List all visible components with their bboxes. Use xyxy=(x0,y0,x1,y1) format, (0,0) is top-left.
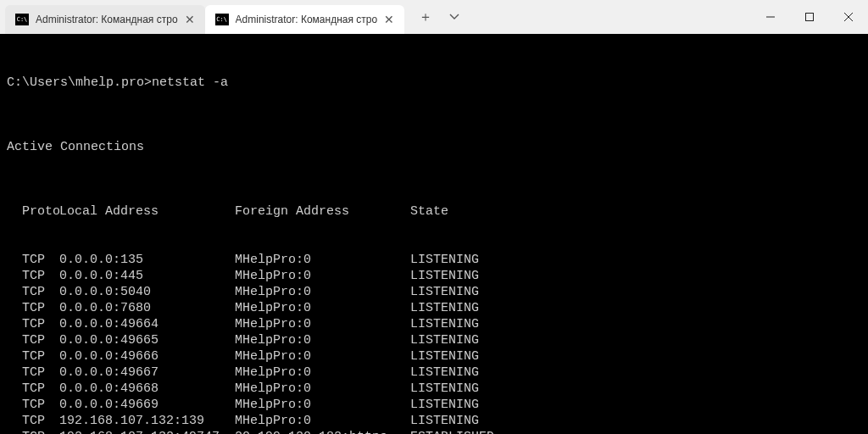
cell-local: 0.0.0.0:445 xyxy=(59,268,235,284)
cell-proto: TCP xyxy=(7,429,59,434)
cell-local: 0.0.0.0:135 xyxy=(59,252,235,268)
cell-proto: TCP xyxy=(7,397,59,413)
close-icon[interactable]: ✕ xyxy=(185,14,195,25)
terminal-output[interactable]: C:\Users\mhelp.pro>netstat -a Active Con… xyxy=(0,34,868,434)
cell-local: 192.168.107.132:49747 xyxy=(59,429,235,434)
cell-state: LISTENING xyxy=(410,381,861,397)
column-headers: Proto Local Address Foreign Address Stat… xyxy=(7,203,861,220)
cell-proto: TCP xyxy=(7,268,59,284)
cell-proto: TCP xyxy=(7,284,59,300)
connection-row: TCP0.0.0.0:7680MHelpPro:0LISTENING xyxy=(7,300,861,316)
tab-0[interactable]: C:\Administrator: Командная стро✕ xyxy=(5,5,205,34)
terminal-icon: C:\ xyxy=(15,14,29,25)
cell-proto: TCP xyxy=(7,252,59,268)
cell-proto: TCP xyxy=(7,381,59,397)
cell-local: 0.0.0.0:49665 xyxy=(59,332,235,348)
connection-row: TCP0.0.0.0:445MHelpPro:0LISTENING xyxy=(7,268,861,284)
cell-foreign: MHelpPro:0 xyxy=(235,364,410,381)
cell-foreign: MHelpPro:0 xyxy=(235,348,410,364)
cell-local: 0.0.0.0:49667 xyxy=(59,364,235,381)
connection-rows: TCP0.0.0.0:135MHelpPro:0LISTENINGTCP0.0.… xyxy=(7,252,861,434)
connection-row: TCP0.0.0.0:5040MHelpPro:0LISTENING xyxy=(7,284,861,300)
cell-proto: TCP xyxy=(7,316,59,332)
cell-local: 0.0.0.0:49666 xyxy=(59,348,235,364)
connection-row: TCP0.0.0.0:49668MHelpPro:0LISTENING xyxy=(7,381,861,397)
tab-label: Administrator: Командная стро xyxy=(236,14,378,25)
cell-foreign: MHelpPro:0 xyxy=(235,252,410,268)
cell-state: LISTENING xyxy=(410,364,861,381)
connection-row: TCP0.0.0.0:49669MHelpPro:0LISTENING xyxy=(7,397,861,413)
cell-local: 0.0.0.0:7680 xyxy=(59,300,235,316)
cell-proto: TCP xyxy=(7,300,59,316)
tab-1[interactable]: C:\Administrator: Командная стро✕ xyxy=(205,5,405,34)
cell-foreign: MHelpPro:0 xyxy=(235,332,410,348)
connection-row: TCP192.168.107.132:139MHelpPro:0LISTENIN… xyxy=(7,413,861,429)
cell-foreign: MHelpPro:0 xyxy=(235,381,410,397)
cell-foreign: MHelpPro:0 xyxy=(235,397,410,413)
cell-state: LISTENING xyxy=(410,397,861,413)
cell-proto: TCP xyxy=(7,348,59,364)
cell-state: LISTENING xyxy=(410,300,861,316)
header-state: State xyxy=(410,203,861,220)
cell-foreign: MHelpPro:0 xyxy=(235,268,410,284)
cell-state: LISTENING xyxy=(410,316,861,332)
new-tab-button[interactable]: ＋ xyxy=(413,4,438,30)
minimize-button[interactable] xyxy=(751,0,790,34)
window-controls xyxy=(751,0,868,34)
title-bar: C:\Administrator: Командная стро✕C:\Admi… xyxy=(0,0,868,34)
cell-state: LISTENING xyxy=(410,413,861,429)
cell-foreign: 20.199.120.182:https xyxy=(235,429,410,434)
cell-state: LISTENING xyxy=(410,332,861,348)
cell-state: ESTABLISHED xyxy=(410,429,861,434)
connection-row: TCP0.0.0.0:135MHelpPro:0LISTENING xyxy=(7,252,861,268)
header-foreign: Foreign Address xyxy=(235,203,410,220)
cell-foreign: MHelpPro:0 xyxy=(235,284,410,300)
close-window-button[interactable] xyxy=(829,0,868,34)
connection-row: TCP192.168.107.132:4974720.199.120.182:h… xyxy=(7,429,861,434)
tab-strip: C:\Administrator: Командная стро✕C:\Admi… xyxy=(0,0,404,34)
cell-proto: TCP xyxy=(7,364,59,381)
cell-foreign: MHelpPro:0 xyxy=(235,413,410,429)
cell-state: LISTENING xyxy=(410,284,861,300)
cell-local: 192.168.107.132:139 xyxy=(59,413,235,429)
tab-dropdown-button[interactable] xyxy=(442,4,467,30)
tab-label: Administrator: Командная стро xyxy=(36,14,178,25)
cell-foreign: MHelpPro:0 xyxy=(235,300,410,316)
connection-row: TCP0.0.0.0:49667MHelpPro:0LISTENING xyxy=(7,364,861,381)
connection-row: TCP0.0.0.0:49665MHelpPro:0LISTENING xyxy=(7,332,861,348)
tab-actions: ＋ xyxy=(404,0,467,34)
cell-state: LISTENING xyxy=(410,252,861,268)
prompt-path: C:\Users\mhelp.pro> xyxy=(7,75,152,90)
cell-proto: TCP xyxy=(7,332,59,348)
svg-rect-1 xyxy=(806,14,814,21)
cell-local: 0.0.0.0:49668 xyxy=(59,381,235,397)
header-local: Local Address xyxy=(59,203,235,220)
cell-foreign: MHelpPro:0 xyxy=(235,316,410,332)
cell-local: 0.0.0.0:49669 xyxy=(59,397,235,413)
cell-proto: TCP xyxy=(7,413,59,429)
header-proto: Proto xyxy=(7,203,59,220)
terminal-icon: C:\ xyxy=(215,14,229,25)
connection-row: TCP0.0.0.0:49664MHelpPro:0LISTENING xyxy=(7,316,861,332)
cell-state: LISTENING xyxy=(410,268,861,284)
cell-state: LISTENING xyxy=(410,348,861,364)
maximize-button[interactable] xyxy=(790,0,829,34)
cell-local: 0.0.0.0:5040 xyxy=(59,284,235,300)
prompt-command: netstat -a xyxy=(152,75,228,90)
cell-local: 0.0.0.0:49664 xyxy=(59,316,235,332)
section-title: Active Connections xyxy=(7,139,861,155)
prompt-line: C:\Users\mhelp.pro>netstat -a xyxy=(7,75,861,91)
connection-row: TCP0.0.0.0:49666MHelpPro:0LISTENING xyxy=(7,348,861,364)
close-icon[interactable]: ✕ xyxy=(384,14,394,25)
